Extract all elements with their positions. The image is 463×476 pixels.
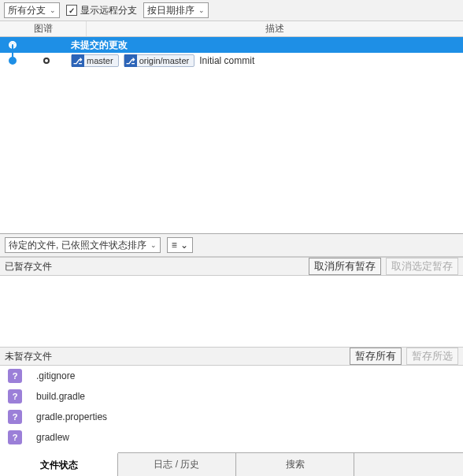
commit-node-icon (9, 57, 17, 65)
chevron-down-icon: ⌄ (198, 6, 205, 14)
sort-label: 按日期排序 (147, 4, 194, 17)
branch-tag-master[interactable]: ⎇ master (71, 54, 119, 67)
pending-sort-select[interactable]: 待定的文件, 已依照文件状态排序 ⌄ (5, 237, 161, 253)
pending-files-toolbar: 待定的文件, 已依照文件状态排序 ⌄ ≡ ⌄ (0, 234, 463, 257)
staged-files-list (0, 276, 463, 347)
branch-filter-select[interactable]: 所有分支 ⌄ (4, 2, 60, 18)
commit-message: Initial commit (199, 55, 254, 66)
commit-message: 未提交的更改 (68, 39, 463, 52)
stage-all-button[interactable]: 暂存所有 (350, 348, 402, 365)
file-name: gradlew (36, 432, 69, 443)
commit-subnode-icon (43, 58, 50, 64)
stage-selected-button: 暂存所选 (406, 348, 458, 365)
unstaged-files-list: ? .gitignore ? build.gradle ? gradle.pro… (0, 366, 463, 452)
chevron-down-icon: ⌄ (180, 240, 188, 251)
unstaged-title: 未暂存文件 (5, 350, 52, 363)
checkmark-icon: ✓ (66, 5, 77, 16)
column-description[interactable]: 描述 (87, 21, 463, 36)
file-row[interactable]: ? build.gradle (0, 386, 463, 407)
bottom-tabbar: 文件状态 日志 / 历史 搜索 (0, 452, 463, 476)
file-name: .gitignore (36, 370, 75, 381)
staged-files-header: 已暂存文件 取消所有暂存 取消选定暂存 (0, 257, 463, 276)
file-row[interactable]: ? gradlew (0, 427, 463, 448)
tab-log-history[interactable]: 日志 / 历史 (118, 453, 236, 476)
graph-node (0, 57, 25, 65)
top-toolbar: 所有分支 ⌄ ✓ 显示远程分支 按日期排序 ⌄ (0, 0, 463, 21)
status-unknown-icon: ? (8, 410, 22, 424)
branch-tag-origin-master[interactable]: ⎇ origin/master (124, 54, 195, 67)
status-unknown-icon: ? (8, 369, 22, 383)
list-icon: ≡ (172, 240, 177, 251)
column-graph[interactable]: 图谱 (0, 21, 87, 36)
unstaged-files-header: 未暂存文件 暂存所有 暂存所选 (0, 347, 463, 366)
staged-title: 已暂存文件 (5, 260, 52, 273)
graph-line (12, 45, 13, 57)
graph-subnode (25, 58, 68, 64)
commit-graph-area: 未提交的更改 ⎇ master ⎇ origin/master Initial … (0, 37, 463, 234)
show-remote-checkbox[interactable]: ✓ 显示远程分支 (66, 4, 137, 17)
tab-search[interactable]: 搜索 (236, 453, 354, 476)
show-remote-label: 显示远程分支 (80, 4, 137, 17)
branch-filter-label: 所有分支 (8, 4, 46, 17)
pending-sort-label: 待定的文件, 已依照文件状态排序 (9, 239, 146, 252)
chevron-down-icon: ⌄ (150, 241, 157, 249)
chevron-down-icon: ⌄ (50, 6, 56, 14)
status-unknown-icon: ? (8, 389, 22, 403)
branch-label: origin/master (139, 56, 190, 65)
branch-icon: ⎇ (72, 54, 84, 67)
file-name: gradle.properties (36, 411, 107, 422)
unstage-all-button[interactable]: 取消所有暂存 (309, 258, 381, 275)
graph-columns-header: 图谱 描述 (0, 21, 463, 37)
file-row[interactable]: ? gradle.properties (0, 407, 463, 427)
view-mode-button[interactable]: ≡ ⌄ (167, 237, 193, 253)
graph-node (0, 41, 25, 49)
file-name: build.gradle (36, 391, 85, 402)
sort-select[interactable]: 按日期排序 ⌄ (143, 2, 209, 18)
commit-row-uncommitted[interactable]: 未提交的更改 (0, 37, 463, 53)
tab-file-status[interactable]: 文件状态 (0, 452, 118, 476)
status-unknown-icon: ? (8, 430, 22, 444)
commit-row[interactable]: ⎇ master ⎇ origin/master Initial commit (0, 53, 463, 69)
file-row[interactable]: ? .gitignore (0, 366, 463, 386)
branch-label: master (87, 56, 113, 65)
unstage-selected-button: 取消选定暂存 (386, 258, 458, 275)
branch-icon: ⎇ (124, 54, 137, 67)
